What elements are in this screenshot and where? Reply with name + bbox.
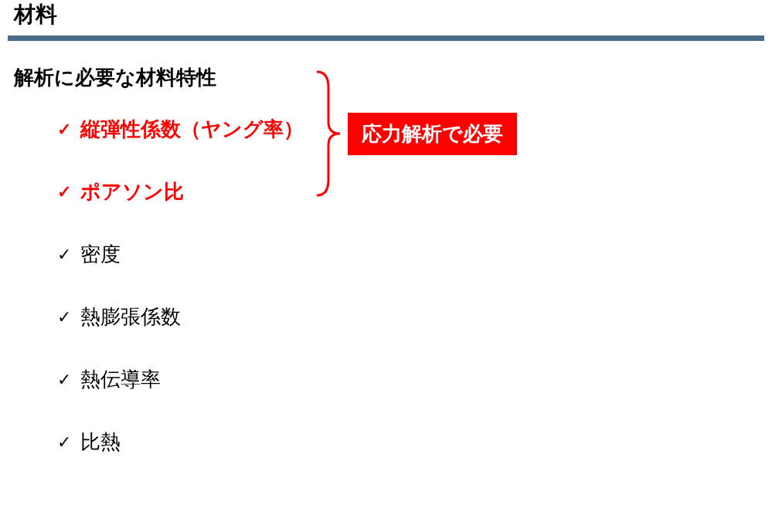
- brace-icon: [313, 68, 344, 199]
- list-item: ✓ 密度: [57, 241, 758, 268]
- check-icon: ✓: [57, 120, 80, 140]
- check-icon: ✓: [57, 370, 80, 390]
- item-label: 比熱: [80, 429, 121, 456]
- check-icon: ✓: [57, 182, 80, 202]
- check-icon: ✓: [57, 307, 80, 327]
- title-underline: [8, 36, 764, 41]
- check-icon: ✓: [57, 245, 80, 265]
- item-label: 密度: [80, 241, 121, 268]
- callout-group: 応力解析で必要: [313, 68, 517, 199]
- list-item: ✓ 熱伝導率: [57, 366, 758, 393]
- item-label: 熱膨張係数: [80, 303, 181, 330]
- check-icon: ✓: [57, 432, 80, 452]
- page-title: 材料: [14, 0, 758, 29]
- item-label: 縦弾性係数（ヤング率）: [80, 116, 304, 143]
- list-item: ✓ 熱膨張係数: [57, 303, 758, 330]
- content-area: 解析に必要な材料特性 ✓ 縦弾性係数（ヤング率） ✓ ポアソン比 ✓ 密度 ✓ …: [0, 41, 772, 456]
- item-label: ポアソン比: [80, 178, 184, 205]
- page-header: 材料: [0, 0, 772, 36]
- list-item: ✓ 比熱: [57, 429, 758, 456]
- item-label: 熱伝導率: [80, 366, 161, 393]
- callout-label: 応力解析で必要: [348, 113, 517, 155]
